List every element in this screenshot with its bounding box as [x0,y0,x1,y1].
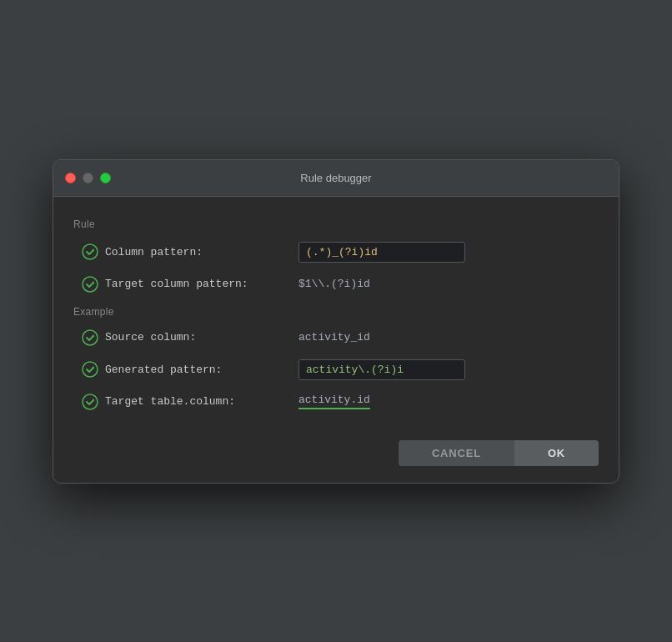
generated-pattern-label-group: Generated pattern: [82,361,298,378]
source-column-label-group: Source column: [82,329,298,346]
svg-point-3 [83,362,98,377]
target-table-column-row: Target table.column: activity.id [73,394,599,410]
target-column-pattern-label: Target column pattern: [105,278,248,290]
source-column-check-icon [82,329,98,346]
target-table-column-value: activity.id [298,394,370,409]
column-pattern-check-icon [82,243,98,260]
column-pattern-row: Column pattern: [73,242,599,263]
close-button[interactable] [65,173,76,183]
example-section: Example Source column: activity_id [73,306,599,410]
traffic-lights [65,173,111,183]
target-column-pattern-row: Target column pattern: $1\\.(?i)id [73,276,599,293]
cancel-button[interactable]: CANCEL [399,440,514,466]
target-table-column-label-group: Target table.column: [82,394,298,410]
dialog-content: Rule Column pattern: [53,197,619,410]
source-column-row: Source column: activity_id [73,329,599,346]
generated-pattern-label: Generated pattern: [105,364,222,376]
rule-section-label: Rule [73,218,599,230]
source-column-value: activity_id [298,331,599,344]
example-section-label: Example [73,306,599,318]
generated-pattern-input[interactable] [298,359,465,380]
svg-point-1 [83,277,98,292]
svg-point-2 [83,330,98,345]
generated-pattern-check-icon [82,361,98,378]
rule-section: Rule Column pattern: [73,218,599,293]
ok-button[interactable]: OK [514,440,599,466]
window-title: Rule debugger [300,172,371,184]
column-pattern-label-group: Column pattern: [82,243,298,260]
source-column-label: Source column: [105,331,196,344]
svg-point-0 [83,244,98,259]
target-table-column-check-icon [82,394,98,410]
dialog-footer: CANCEL OK [53,424,619,483]
minimize-button[interactable] [83,173,93,183]
target-column-pattern-label-group: Target column pattern: [82,276,298,293]
target-column-pattern-value: $1\\.(?i)id [298,278,599,290]
target-table-column-label: Target table.column: [105,395,235,408]
rule-debugger-window: Rule debugger Rule Column pattern: [53,159,619,484]
maximize-button[interactable] [100,173,111,183]
column-pattern-label: Column pattern: [105,246,203,258]
column-pattern-input[interactable] [298,242,465,263]
target-column-pattern-check-icon [82,276,98,293]
generated-pattern-row: Generated pattern: [73,359,599,380]
titlebar: Rule debugger [53,160,619,197]
svg-point-4 [83,394,98,409]
